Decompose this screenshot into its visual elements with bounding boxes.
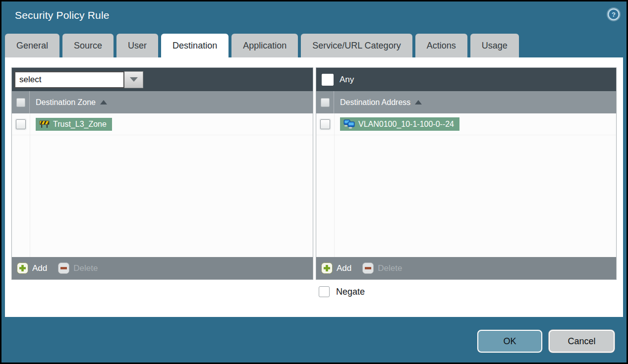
any-checkbox[interactable]	[322, 74, 334, 86]
tab-source[interactable]: Source	[62, 34, 114, 57]
zone-barrier-icon	[39, 120, 50, 128]
tab-user[interactable]: User	[116, 34, 158, 57]
zone-footer: Add Delete	[12, 257, 313, 279]
tab-usage[interactable]: Usage	[470, 34, 519, 57]
address-grid-header: Destination Address	[316, 91, 616, 113]
minus-icon	[58, 262, 69, 274]
zone-add-button[interactable]: Add	[17, 262, 47, 274]
zone-toolbar	[12, 68, 313, 91]
address-delete-button[interactable]: Delete	[362, 262, 402, 274]
negate-label: Negate	[336, 287, 365, 297]
address-row-label: VLAN0100_10-1-100-0--24	[358, 120, 454, 129]
destination-zone-panel: Destination Zone	[11, 67, 313, 280]
negate-row: Negate	[319, 286, 365, 297]
zone-grid-rows: Trust_L3_Zone	[12, 113, 313, 257]
zone-row-checkbox[interactable]	[16, 119, 26, 129]
any-label: Any	[340, 75, 354, 85]
destination-tab-content: Destination Zone	[5, 57, 623, 317]
tab-actions[interactable]: Actions	[415, 34, 467, 57]
address-select-all-cell	[316, 91, 334, 113]
zone-select-all-checkbox[interactable]	[16, 98, 25, 107]
address-row-checkbox-cell	[316, 113, 334, 135]
tab-application[interactable]: Application	[231, 34, 298, 57]
zone-select-combo	[14, 71, 143, 88]
zone-select-all-cell	[12, 91, 30, 113]
zone-add-label: Add	[32, 263, 47, 273]
minus-icon	[362, 262, 374, 274]
ok-button[interactable]: OK	[477, 330, 542, 353]
address-delete-label: Delete	[378, 263, 402, 273]
plus-icon	[321, 262, 333, 274]
security-policy-rule-dialog: Security Policy Rule ? General Source Us…	[0, 0, 628, 364]
sort-ascending-icon[interactable]	[100, 100, 107, 104]
negate-checkbox[interactable]	[319, 286, 330, 297]
zone-column-header: Destination Zone	[36, 98, 96, 107]
address-grid-rows: VLAN0100_10-1-100-0--24	[316, 113, 616, 257]
dialog-title: Security Policy Rule	[15, 9, 110, 21]
chevron-down-icon	[130, 77, 138, 82]
address-footer: Add Delete	[316, 257, 616, 279]
plus-icon	[17, 262, 28, 274]
zone-row-label: Trust_L3_Zone	[53, 120, 107, 129]
address-select-all-checkbox[interactable]	[321, 98, 330, 107]
zone-delete-button[interactable]: Delete	[58, 262, 98, 274]
zone-row-value[interactable]: Trust_L3_Zone	[36, 118, 112, 131]
destination-address-panel: Any Destination Address	[316, 67, 617, 280]
dialog-titlebar: Security Policy Rule ?	[1, 1, 627, 32]
address-toolbar: Any	[316, 68, 616, 91]
zone-row-checkbox-cell	[12, 113, 30, 135]
address-add-label: Add	[337, 263, 351, 273]
network-computers-icon	[343, 119, 355, 129]
tab-destination[interactable]: Destination	[161, 34, 228, 57]
address-row-value[interactable]: VLAN0100_10-1-100-0--24	[340, 117, 459, 131]
cancel-button[interactable]: Cancel	[549, 330, 615, 353]
address-add-button[interactable]: Add	[321, 262, 351, 274]
tab-service-url-category[interactable]: Service/URL Category	[301, 34, 412, 57]
zone-grid-header: Destination Zone	[12, 91, 313, 113]
sort-ascending-icon[interactable]	[415, 100, 422, 104]
zone-select-input[interactable]	[14, 71, 124, 88]
address-column-header: Destination Address	[340, 98, 410, 107]
zone-table-row: Trust_L3_Zone	[12, 113, 313, 135]
address-row-checkbox[interactable]	[320, 119, 330, 129]
tab-general[interactable]: General	[5, 34, 59, 57]
address-table-row: VLAN0100_10-1-100-0--24	[316, 113, 616, 135]
zone-select-dropdown-button[interactable]	[124, 71, 143, 88]
tab-bar: General Source User Destination Applicat…	[5, 34, 519, 57]
svg-text:?: ?	[612, 11, 616, 18]
help-icon[interactable]: ?	[606, 7, 621, 22]
zone-delete-label: Delete	[73, 263, 98, 273]
